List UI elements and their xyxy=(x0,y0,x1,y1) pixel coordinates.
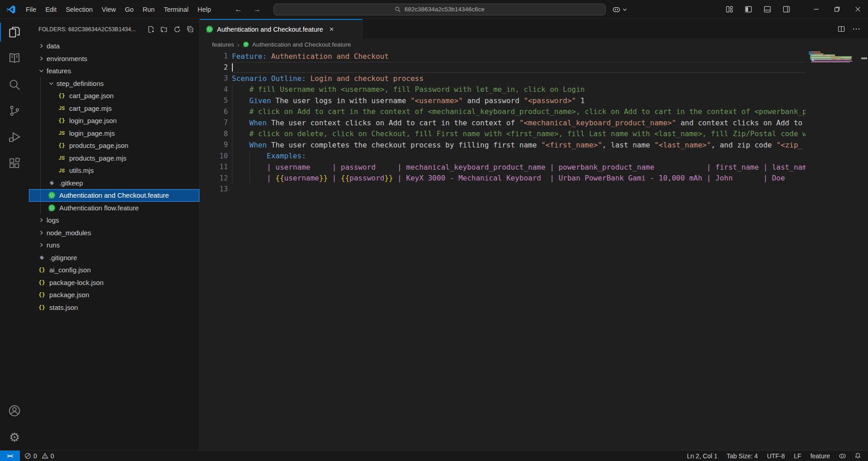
status-eol[interactable]: LF xyxy=(789,452,806,460)
tree-item-utils-mjs[interactable]: JSutils.mjs xyxy=(29,164,199,177)
json-file-icon: {} xyxy=(57,142,66,149)
copilot-status[interactable] xyxy=(835,452,850,460)
code-line-13[interactable]: 13 xyxy=(200,184,806,195)
code-token: and password xyxy=(463,96,524,105)
menu-view[interactable]: View xyxy=(97,3,120,16)
tree-item-environments[interactable]: environments xyxy=(29,52,199,65)
code-line-10[interactable]: 10 Examples: xyxy=(200,151,806,162)
menu-go[interactable]: Go xyxy=(120,3,138,16)
tree-item-stats-json[interactable]: {}stats.json xyxy=(29,301,199,314)
restore-icon[interactable] xyxy=(826,0,847,19)
tree-item-authentication-and-checkout-feature[interactable]: Authentication and Checkout.feature xyxy=(29,189,199,202)
book-icon xyxy=(8,52,21,65)
problems-status[interactable]: 0 0 xyxy=(20,452,59,460)
remote-indicator[interactable]: >< xyxy=(0,451,20,461)
tree-item-cart-page-json[interactable]: {}cart_page.json xyxy=(29,90,199,102)
code-line-4[interactable]: 4 # fill Username with <username>, fill … xyxy=(200,84,806,95)
toggle-panel-icon[interactable] xyxy=(758,0,777,19)
menu-help[interactable]: Help xyxy=(193,3,216,16)
status-cursor-position[interactable]: Ln 2, Col 1 xyxy=(682,452,722,460)
back-arrow-icon[interactable]: ← xyxy=(235,5,242,14)
code-line-3[interactable]: 3Scenario Outline: Login and checkout pr… xyxy=(200,73,806,84)
source-control-icon xyxy=(8,105,21,117)
tree-item-login-page-json[interactable]: {}login_page.json xyxy=(29,114,199,127)
customize-layout-icon[interactable] xyxy=(720,0,739,19)
status-indentation[interactable]: Tab Size: 4 xyxy=(722,452,762,460)
collapse-all-icon[interactable] xyxy=(186,25,195,34)
tree-item-gitkeep[interactable]: .gitkeep xyxy=(29,177,199,190)
status-language-mode[interactable]: feature xyxy=(806,452,835,460)
command-center-search[interactable]: 682c38634a2c53b14346c6ce xyxy=(274,4,606,15)
activity-item-extensions[interactable] xyxy=(0,150,29,176)
tree-item-data[interactable]: data xyxy=(29,40,199,52)
editor-group: Authentication and Checkout.feature × ⋯ … xyxy=(200,19,868,450)
code-line-8[interactable]: 8 # click on delete, click on Checkout, … xyxy=(200,128,806,140)
tree-item-features[interactable]: features xyxy=(29,65,199,77)
code-line-2[interactable]: 2 xyxy=(200,62,806,73)
tree-item-runs[interactable]: runs xyxy=(29,239,199,252)
menu-edit[interactable]: Edit xyxy=(41,3,61,16)
vscode-logo-icon xyxy=(6,4,17,15)
code-editor[interactable]: 1Feature: Authentication and Checkout23S… xyxy=(200,50,868,450)
warning-count: 0 xyxy=(51,452,54,460)
close-icon[interactable] xyxy=(847,0,868,19)
breadcrumb-file[interactable]: Authentication and Checkout.feature xyxy=(252,41,351,48)
tab-authentication-and-checkout-feature[interactable]: Authentication and Checkout.feature × xyxy=(200,19,363,38)
status-encoding[interactable]: UTF-8 xyxy=(762,452,789,460)
code-token xyxy=(232,85,250,94)
activity-item-source-control[interactable] xyxy=(0,98,29,124)
folders-section-title[interactable]: FOLDERS: 682C38634A2C53B1434... xyxy=(38,26,146,33)
tab-close-icon[interactable]: × xyxy=(330,25,334,34)
tree-item-package-json[interactable]: {}package.json xyxy=(29,289,199,301)
tree-item-node-modules[interactable]: node_modules xyxy=(29,227,199,239)
breadcrumb-folder[interactable]: features xyxy=(212,41,234,48)
menu-terminal[interactable]: Terminal xyxy=(159,3,193,16)
code-token: "<password>" xyxy=(524,96,576,105)
toggle-primary-sidebar-icon[interactable] xyxy=(739,0,758,19)
activity-item-docs[interactable] xyxy=(0,45,29,71)
explorer-actions xyxy=(146,25,195,34)
minimap-mark xyxy=(844,59,849,60)
minimap[interactable] xyxy=(809,52,861,64)
activity-item-search[interactable] xyxy=(0,71,29,98)
code-line-6[interactable]: 6 # click on Add to cart in the context … xyxy=(200,106,806,118)
code-token: {{ xyxy=(341,174,349,182)
code-line-9[interactable]: 9 When The user completes the checkout p… xyxy=(200,139,806,151)
tree-item-login-page-mjs[interactable]: JSlogin_page.mjs xyxy=(29,127,199,140)
new-folder-icon[interactable] xyxy=(160,25,169,34)
tree-item-gitignore[interactable]: .gitignore xyxy=(29,252,199,264)
activity-item-explorer[interactable] xyxy=(0,19,29,45)
code-line-7[interactable]: 7 When The user context clicks on Add to… xyxy=(200,117,806,128)
new-file-icon[interactable] xyxy=(146,25,156,34)
code-line-5[interactable]: 5 Given The user logs in with username "… xyxy=(200,95,806,106)
activity-item-accounts[interactable] xyxy=(0,398,29,424)
line-content xyxy=(232,184,806,195)
toggle-secondary-sidebar-icon[interactable] xyxy=(777,0,796,19)
menu-selection[interactable]: Selection xyxy=(61,3,97,16)
activity-item-settings[interactable]: ⚙ xyxy=(0,424,29,450)
line-number: 10 xyxy=(200,152,228,160)
more-actions-icon[interactable]: ⋯ xyxy=(852,24,861,34)
refresh-icon[interactable] xyxy=(173,25,182,34)
tree-item-products-page-json[interactable]: {}products_page.json xyxy=(29,139,199,152)
tree-item-products-page-mjs[interactable]: JSproducts_page.mjs xyxy=(29,152,199,165)
tree-item-step-definitions[interactable]: step_definitions xyxy=(29,77,199,90)
activity-item-run-debug[interactable] xyxy=(0,124,29,150)
code-line-12[interactable]: 12 | {{username}} | {{password}} | KeyX … xyxy=(200,173,806,184)
bell-icon[interactable] xyxy=(850,452,865,459)
tree-item-ai-config-json[interactable]: {}ai_config.json xyxy=(29,264,199,276)
tree-item-cart-page-mjs[interactable]: JScart_page.mjs xyxy=(29,102,199,115)
tree-item-package-lock-json[interactable]: {}package-lock.json xyxy=(29,276,199,289)
menu-file[interactable]: File xyxy=(21,3,41,16)
file-tree: dataenvironmentsfeaturesstep_definitions… xyxy=(29,40,199,314)
tree-item-logs[interactable]: logs xyxy=(29,214,199,227)
code-line-1[interactable]: 1Feature: Authentication and Checkout xyxy=(200,51,806,62)
copilot-menu[interactable] xyxy=(612,5,627,14)
minimize-icon[interactable] xyxy=(806,0,826,19)
json-file-icon: {} xyxy=(57,117,66,124)
code-line-11[interactable]: 11 | username | password | mechanical_ke… xyxy=(200,162,806,173)
menu-run[interactable]: Run xyxy=(138,3,160,16)
split-editor-icon[interactable] xyxy=(838,25,845,33)
tree-item-authentication-flow-feature[interactable]: Authentication flow.feature xyxy=(29,202,199,214)
forward-arrow-icon[interactable]: → xyxy=(253,5,261,14)
